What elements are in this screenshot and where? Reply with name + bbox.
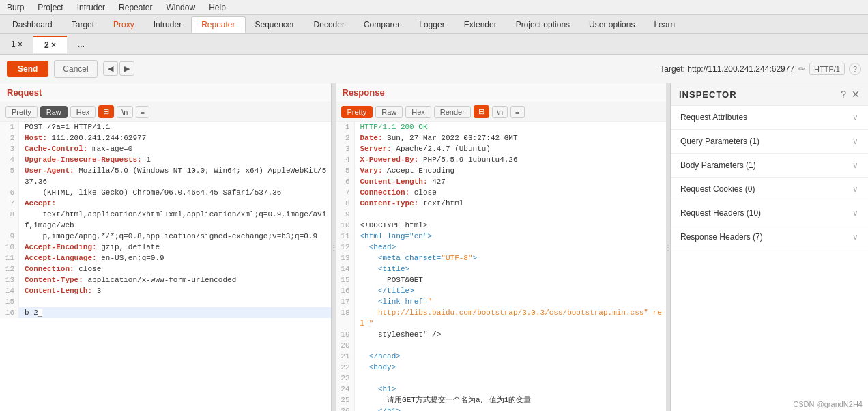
table-row: 20 — [336, 340, 667, 351]
request-icon-btn-3[interactable]: ≡ — [136, 106, 149, 118]
menu-repeater[interactable]: Repeater — [112, 1, 159, 14]
http-version-badge[interactable]: HTTP/1 — [809, 63, 845, 75]
chevron-down-icon: ∨ — [852, 160, 858, 170]
send-button[interactable]: Send — [7, 61, 48, 77]
table-row: 1HTTP/1.1 200 OK — [336, 122, 667, 132]
inspector-section-res-headers-header[interactable]: Response Headers (7) ∨ — [671, 225, 868, 249]
tab-extender[interactable]: Extender — [454, 17, 506, 32]
response-panel-toolbar: Pretty Raw Hex Render ⊟ \n ≡ — [336, 102, 667, 122]
request-icon-btn-2[interactable]: \n — [117, 106, 132, 118]
inspector-title: INSPECTOR — [679, 89, 737, 100]
table-row: 1POST /?a=1 HTTP/1.1 — [0, 122, 331, 132]
tab-logger[interactable]: Logger — [409, 17, 454, 32]
inspector-section-res-headers: Response Headers (7) ∨ — [671, 225, 868, 249]
table-row: 19 stylesheet" /> — [336, 329, 667, 340]
tab-user-options[interactable]: User options — [579, 17, 644, 32]
nav-tabs: Dashboard Target Proxy Intruder Repeater… — [0, 15, 868, 34]
inspector-section-req-headers-label: Request Headers (10) — [680, 208, 761, 218]
inspector-section-attributes-header[interactable]: Request Attributes ∨ — [671, 106, 868, 129]
menu-help[interactable]: Help — [202, 1, 233, 14]
response-code-area[interactable]: 1HTTP/1.1 200 OK 2Date: Sun, 27 Mar 2022… — [336, 122, 667, 411]
table-row: 9 p,image/apng,*/*;q=0.8,application/sig… — [0, 231, 331, 242]
inspector-section-attributes-label: Request Attributes — [680, 113, 747, 122]
repeater-tab-1[interactable]: 1 × — [0, 36, 33, 53]
inspector-panel: INSPECTOR ? ✕ Request Attributes ∨ Query… — [670, 83, 868, 411]
tab-repeater[interactable]: Repeater — [191, 16, 245, 33]
menu-burp[interactable]: Burp — [0, 1, 31, 14]
tab-proxy[interactable]: Proxy — [104, 17, 144, 32]
tab-sequencer[interactable]: Sequencer — [246, 17, 304, 32]
request-code-area[interactable]: 1POST /?a=1 HTTP/1.1 2Host: 111.200.241.… — [0, 122, 331, 411]
response-render-btn[interactable]: Render — [434, 106, 471, 118]
response-raw-btn[interactable]: Raw — [375, 106, 403, 118]
toolbar: Send Cancel ◀ ▶ Target: http://111.200.2… — [0, 55, 868, 83]
table-row: 8 text/html,application/xhtml+xml,applic… — [0, 209, 331, 231]
response-panel: Response Pretty Raw Hex Render ⊟ \n ≡ 1H… — [336, 83, 667, 411]
table-row: 16 </title> — [336, 285, 667, 296]
response-icon-btn-1[interactable]: ⊟ — [474, 105, 489, 118]
tab-dashboard[interactable]: Dashboard — [3, 17, 62, 32]
table-row: 14 <title> — [336, 264, 667, 274]
tab-learn[interactable]: Learn — [644, 17, 684, 32]
table-row: 15 — [0, 296, 331, 307]
inspector-header: INSPECTOR ? ✕ — [671, 83, 868, 106]
repeater-tab-2[interactable]: 2 × — [33, 36, 67, 53]
table-row: 22 <body> — [336, 362, 667, 373]
table-row: 4Upgrade-Insecure-Requests: 1 — [0, 154, 331, 165]
inspector-section-cookies-header[interactable]: Request Cookies (0) ∨ — [671, 178, 868, 201]
inspector-section-req-headers-header[interactable]: Request Headers (10) ∨ — [671, 201, 868, 225]
chevron-down-icon: ∨ — [852, 232, 858, 242]
menubar: Burp Project Intruder Repeater Window He… — [0, 0, 868, 15]
table-row: 6Content-Length: 427 — [336, 176, 667, 187]
menu-project[interactable]: Project — [31, 1, 70, 14]
tab-target[interactable]: Target — [62, 17, 104, 32]
request-panel-toolbar: Pretty Raw Hex ⊟ \n ≡ — [0, 102, 331, 122]
inspector-close-icon[interactable]: ✕ — [852, 89, 860, 100]
response-pretty-btn[interactable]: Pretty — [341, 106, 373, 118]
back-button[interactable]: ◀ — [103, 61, 118, 76]
table-row: 3Cache-Control: max-age=0 — [0, 143, 331, 154]
help-icon[interactable]: ? — [849, 63, 861, 75]
table-row: 3Server: Apache/2.4.7 (Ubuntu) — [336, 143, 667, 154]
table-row: 2Date: Sun, 27 Mar 2022 03:27:42 GMT — [336, 132, 667, 143]
inspector-section-query: Query Parameters (1) ∨ — [671, 130, 868, 154]
response-icon-btn-3[interactable]: ≡ — [510, 106, 524, 118]
table-row: 18 http://libs.baidu.com/bootstrap/3.0.3… — [336, 307, 667, 329]
table-row: 8Content-Type: text/html — [336, 198, 667, 209]
request-panel-header: Request — [0, 83, 331, 102]
main-content: Request Pretty Raw Hex ⊟ \n ≡ 1POST /?a=… — [0, 83, 868, 411]
table-row: 21 </head> — [336, 351, 667, 362]
response-code-lines: 1HTTP/1.1 200 OK 2Date: Sun, 27 Mar 2022… — [336, 122, 667, 411]
table-row: 5User-Agent: Mozilla/5.0 (Windows NT 10.… — [0, 165, 331, 187]
nav-back-forward: ◀ ▶ — [103, 61, 134, 76]
tab-decoder[interactable]: Decoder — [304, 17, 354, 32]
request-pretty-btn[interactable]: Pretty — [5, 106, 38, 118]
cancel-button[interactable]: Cancel — [54, 60, 97, 78]
edit-target-icon[interactable]: ✏ — [798, 64, 805, 74]
inspector-section-query-header[interactable]: Query Parameters (1) ∨ — [671, 130, 868, 153]
inspector-help-icon[interactable]: ? — [841, 89, 846, 100]
tab-comparer[interactable]: Comparer — [354, 17, 409, 32]
inspector-section-cookies: Request Cookies (0) ∨ — [671, 178, 868, 201]
request-raw-btn[interactable]: Raw — [40, 106, 68, 118]
response-hex-btn[interactable]: Hex — [405, 106, 431, 118]
inspector-section-body-label: Body Parameters (1) — [680, 160, 756, 170]
menu-intruder[interactable]: Intruder — [70, 1, 112, 14]
chevron-down-icon: ∨ — [852, 137, 858, 146]
table-row: 14Content-Length: 3 — [0, 285, 331, 296]
target-url: Target: http://111.200.241.244:62977 — [660, 64, 794, 74]
request-icon-btn-1[interactable]: ⊟ — [98, 105, 114, 118]
request-hex-btn[interactable]: Hex — [70, 106, 96, 118]
inspector-section-body-header[interactable]: Body Parameters (1) ∨ — [671, 154, 868, 177]
inspector-section-req-headers: Request Headers (10) ∨ — [671, 201, 868, 225]
menu-window[interactable]: Window — [159, 1, 202, 14]
inspector-section-query-label: Query Parameters (1) — [680, 137, 760, 146]
response-icon-btn-2[interactable]: \n — [492, 106, 508, 118]
tab-intruder[interactable]: Intruder — [144, 17, 191, 32]
watermark: CSDN @grandN2H4 — [793, 400, 863, 408]
inspector-section-res-headers-label: Response Headers (7) — [680, 232, 763, 242]
table-row: 7Connection: close — [336, 187, 667, 198]
forward-button[interactable]: ▶ — [119, 61, 134, 76]
repeater-tab-more[interactable]: ... — [67, 36, 96, 53]
tab-project-options[interactable]: Project options — [506, 17, 579, 32]
